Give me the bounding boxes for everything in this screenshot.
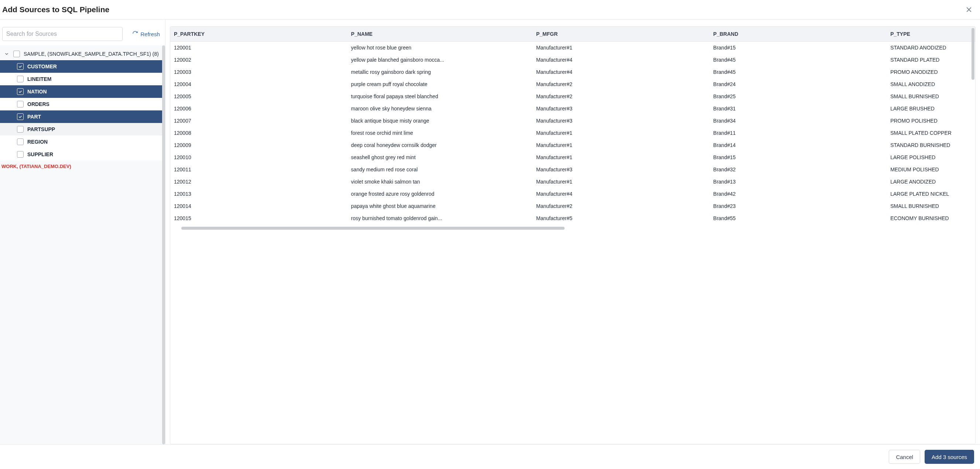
tree-item-checkbox[interactable]: [17, 113, 24, 120]
tree-item-nation[interactable]: NATION: [0, 85, 165, 98]
tree-item-checkbox[interactable]: [17, 138, 24, 145]
table-cell: Brand#24: [710, 78, 887, 90]
tree-item-part[interactable]: PART: [0, 110, 165, 123]
table-cell: 120007: [170, 114, 347, 127]
table-cell: 120012: [170, 175, 347, 188]
table-cell: sandy medium red rose coral: [347, 163, 533, 175]
table-cell: 120014: [170, 200, 347, 212]
table-cell: STANDARD ANODIZED: [886, 41, 975, 54]
preview-panel: P_PARTKEYP_NAMEP_MFGRP_BRANDP_TYPE 12000…: [165, 19, 980, 444]
refresh-button[interactable]: Refresh: [129, 31, 163, 38]
table-cell: Manufacturer#4: [533, 54, 710, 66]
table-cell: Brand#45: [710, 66, 887, 78]
table-row[interactable]: 120003metallic rosy gainsboro dark sprin…: [170, 66, 975, 78]
table-cell: 120001: [170, 41, 347, 54]
tree-item-orders[interactable]: ORDERS: [0, 98, 165, 110]
dialog-header: Add Sources to SQL Pipeline: [0, 0, 980, 19]
table-cell: seashell ghost grey red mint: [347, 151, 533, 163]
tree-item-checkbox[interactable]: [17, 101, 24, 108]
table-cell: black antique bisque misty orange: [347, 114, 533, 127]
table-cell: metallic rosy gainsboro dark spring: [347, 66, 533, 78]
refresh-label: Refresh: [140, 31, 160, 37]
table-cell: Brand#31: [710, 102, 887, 114]
table-cell: forest rose orchid mint lime: [347, 127, 533, 139]
group-checkbox[interactable]: [13, 51, 20, 57]
table-cell: ECONOMY BURNISHED: [886, 212, 975, 224]
table-cell: Manufacturer#2: [533, 78, 710, 90]
close-button[interactable]: [964, 5, 974, 15]
vertical-scrollbar[interactable]: [972, 28, 974, 80]
table-row[interactable]: 120010seashell ghost grey red mintManufa…: [170, 151, 975, 163]
tree-group-label: SAMPLE, (SNOWFLAKE_SAMPLE_DATA.TPCH_SF1)…: [24, 51, 159, 57]
table-cell: Brand#32: [710, 163, 887, 175]
table-cell: SMALL BURNISHED: [886, 90, 975, 102]
chevron-down-icon[interactable]: [4, 51, 10, 57]
table-cell: papaya white ghost blue aquamarine: [347, 200, 533, 212]
horizontal-scrollbar[interactable]: [173, 226, 972, 230]
dialog-title: Add Sources to SQL Pipeline: [2, 5, 109, 14]
tree-item-lineitem[interactable]: LINEITEM: [0, 73, 165, 85]
table-row[interactable]: 120012violet smoke khaki salmon tanManuf…: [170, 175, 975, 188]
cancel-button[interactable]: Cancel: [889, 450, 920, 464]
table-row[interactable]: 120005turquoise floral papaya steel blan…: [170, 90, 975, 102]
table-cell: Manufacturer#5: [533, 212, 710, 224]
table-row[interactable]: 120011sandy medium red rose coralManufac…: [170, 163, 975, 175]
tree-item-checkbox[interactable]: [17, 63, 24, 70]
table-cell: LARGE BRUSHED: [886, 102, 975, 114]
table-cell: Brand#34: [710, 114, 887, 127]
table-cell: STANDARD BURNISHED: [886, 139, 975, 151]
table-row[interactable]: 120006maroon olive sky honeydew siennaMa…: [170, 102, 975, 114]
table-cell: Brand#25: [710, 90, 887, 102]
table-cell: SMALL BURNISHED: [886, 200, 975, 212]
table-cell: Manufacturer#3: [533, 102, 710, 114]
table-cell: Manufacturer#1: [533, 151, 710, 163]
column-header[interactable]: P_MFGR: [533, 27, 710, 41]
table-row[interactable]: 120009deep coral honeydew cornsilk dodge…: [170, 139, 975, 151]
tree-item-checkbox[interactable]: [17, 88, 24, 95]
tree-item-label: PART: [27, 114, 41, 120]
table-cell: 120006: [170, 102, 347, 114]
table-cell: yellow pale blanched gainsboro mocca...: [347, 54, 533, 66]
horizontal-scrollbar-thumb[interactable]: [181, 227, 565, 230]
table-cell: MEDIUM POLISHED: [886, 163, 975, 175]
table-cell: SMALL PLATED COPPER: [886, 127, 975, 139]
table-row[interactable]: 120001yellow hot rose blue greenManufact…: [170, 41, 975, 54]
table-cell: Brand#14: [710, 139, 887, 151]
tree-item-supplier[interactable]: SUPPLIER: [0, 148, 165, 161]
tree-item-label: NATION: [27, 89, 47, 95]
tree-item-checkbox[interactable]: [17, 151, 24, 158]
tree-item-partsupp[interactable]: PARTSUPP: [0, 123, 165, 135]
table-cell: SMALL ANODIZED: [886, 78, 975, 90]
search-input[interactable]: [2, 27, 123, 41]
tree-item-customer[interactable]: CUSTOMER: [0, 60, 165, 73]
tree-item-checkbox[interactable]: [17, 76, 24, 83]
table-row[interactable]: 120007black antique bisque misty orangeM…: [170, 114, 975, 127]
source-tree[interactable]: SAMPLE, (SNOWFLAKE_SAMPLE_DATA.TPCH_SF1)…: [0, 45, 165, 444]
table-cell: purple cream puff royal chocolate: [347, 78, 533, 90]
table-cell: Manufacturer#1: [533, 175, 710, 188]
table-row[interactable]: 120008forest rose orchid mint limeManufa…: [170, 127, 975, 139]
table-row[interactable]: 120004purple cream puff royal chocolateM…: [170, 78, 975, 90]
column-header[interactable]: P_BRAND: [710, 27, 887, 41]
add-sources-button[interactable]: Add 3 sources: [924, 450, 974, 464]
tree-item-region[interactable]: REGION: [0, 135, 165, 148]
table-cell: LARGE PLATED NICKEL: [886, 188, 975, 200]
table-cell: Brand#42: [710, 188, 887, 200]
table-cell: 120009: [170, 139, 347, 151]
tree-item-checkbox[interactable]: [17, 126, 24, 133]
table-cell: Brand#13: [710, 175, 887, 188]
table-cell: Manufacturer#3: [533, 114, 710, 127]
table-row[interactable]: 120002yellow pale blanched gainsboro moc…: [170, 54, 975, 66]
column-header[interactable]: P_PARTKEY: [170, 27, 347, 41]
column-header[interactable]: P_NAME: [347, 27, 533, 41]
table-cell: 120005: [170, 90, 347, 102]
table-row[interactable]: 120015rosy burnished tomato goldenrod ga…: [170, 212, 975, 224]
table-cell: deep coral honeydew cornsilk dodger: [347, 139, 533, 151]
table-cell: 120013: [170, 188, 347, 200]
tree-group[interactable]: SAMPLE, (SNOWFLAKE_SAMPLE_DATA.TPCH_SF1)…: [0, 48, 165, 60]
table-row[interactable]: 120014papaya white ghost blue aquamarine…: [170, 200, 975, 212]
column-header[interactable]: P_TYPE: [886, 27, 975, 41]
table-cell: rosy burnished tomato goldenrod gain...: [347, 212, 533, 224]
refresh-icon: [132, 31, 138, 38]
table-row[interactable]: 120013orange frosted azure rosy goldenro…: [170, 188, 975, 200]
